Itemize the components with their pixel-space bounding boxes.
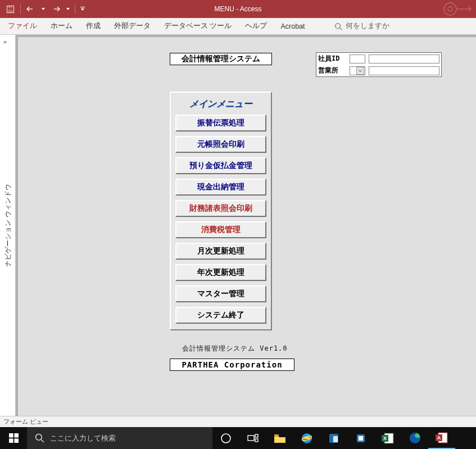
navigation-pane-collapsed[interactable]: » ナビゲーション ウィンドウ xyxy=(0,35,16,416)
svg-rect-16 xyxy=(274,434,279,437)
main-menu-panel: メインメニュー 振替伝票処理 元帳照会印刷 預り金仮払金管理 現金出納管理 財務… xyxy=(170,92,272,330)
chevron-down-icon xyxy=(356,67,364,75)
system-title-box: 会計情報管理システム xyxy=(170,53,272,65)
edge-icon[interactable] xyxy=(401,427,428,449)
menu-btn-tax-mgmt[interactable]: 消費税管理 xyxy=(175,221,266,238)
taskbar-icons: X A xyxy=(212,427,455,449)
internet-explorer-icon[interactable] xyxy=(293,427,320,449)
qat-separator-2 xyxy=(75,4,75,14)
company-box: PARTHEA Corporation xyxy=(170,359,294,371)
menu-btn-exit-system[interactable]: システム終了 xyxy=(175,307,266,324)
tab-help[interactable]: ヘルプ xyxy=(238,18,274,34)
save-icon[interactable] xyxy=(3,2,17,16)
svg-rect-8 xyxy=(14,433,19,438)
office-combo[interactable] xyxy=(350,66,365,75)
svg-rect-10 xyxy=(14,438,19,443)
tab-home[interactable]: ホーム xyxy=(44,18,79,34)
tab-create[interactable]: 作成 xyxy=(79,18,107,34)
access-taskbar-icon[interactable]: A xyxy=(428,427,455,449)
svg-rect-14 xyxy=(255,434,258,437)
svg-point-6 xyxy=(335,23,340,28)
svg-rect-20 xyxy=(333,436,338,442)
navigation-pane-label: ナビゲーション ウィンドウ xyxy=(3,184,12,266)
windows-taskbar: ここに入力して検索 X A xyxy=(0,427,476,449)
taskbar-search-placeholder: ここに入力して検索 xyxy=(50,433,116,443)
svg-rect-15 xyxy=(255,439,258,442)
taskbar-search[interactable]: ここに入力して検索 xyxy=(27,427,212,449)
svg-text:A: A xyxy=(437,435,441,441)
svg-point-4 xyxy=(444,3,456,15)
svg-rect-2 xyxy=(8,10,12,12)
tell-me-placeholder: 何をしますか xyxy=(346,21,389,31)
menu-btn-cash-mgmt[interactable]: 現金出納管理 xyxy=(175,179,266,196)
svg-point-26 xyxy=(410,433,420,443)
menu-btn-monthly-update[interactable]: 月次更新処理 xyxy=(175,243,266,260)
undo-icon[interactable] xyxy=(24,2,38,16)
window-title: MENU - Access xyxy=(214,5,261,13)
status-view-mode: フォーム ビュー xyxy=(3,418,48,426)
tab-file[interactable]: ファイル xyxy=(0,18,44,34)
quick-access-toolbar xyxy=(0,2,87,16)
svg-rect-13 xyxy=(248,436,254,441)
coming-soon-icon xyxy=(441,1,472,17)
menu-btn-financial-print[interactable]: 財務諸表照会印刷 xyxy=(175,200,266,217)
main-menu-title: メインメニュー xyxy=(175,96,266,115)
file-explorer-icon[interactable] xyxy=(266,427,293,449)
header-fields-panel: 社員ID 営業所 xyxy=(316,52,442,77)
menu-btn-ledger-print[interactable]: 元帳照会印刷 xyxy=(175,136,266,153)
workspace: » ナビゲーション ウィンドウ 会計情報管理システム 社員ID 営業所 xyxy=(0,35,476,416)
redo-dropdown-icon[interactable] xyxy=(65,2,71,16)
svg-point-5 xyxy=(448,7,452,11)
svg-rect-9 xyxy=(9,438,13,443)
menu-btn-transfer-slip[interactable]: 振替伝票処理 xyxy=(175,115,266,131)
cortana-icon[interactable] xyxy=(212,427,239,449)
search-icon xyxy=(334,22,342,30)
qat-separator xyxy=(20,4,21,14)
svg-rect-7 xyxy=(9,433,13,438)
tab-acrobat[interactable]: Acrobat xyxy=(274,18,311,34)
task-view-icon[interactable] xyxy=(239,427,266,449)
form-canvas: 会計情報管理システム 社員ID 営業所 xyxy=(16,35,476,416)
tell-me-search[interactable]: 何をしますか xyxy=(334,21,389,31)
undo-dropdown-icon[interactable] xyxy=(40,2,47,16)
svg-rect-22 xyxy=(359,436,363,441)
employee-id-small-input[interactable] xyxy=(350,55,365,64)
status-bar: フォーム ビュー xyxy=(0,416,476,427)
menu-btn-deposit-advance[interactable]: 預り金仮払金管理 xyxy=(175,157,266,174)
windows-logo-icon xyxy=(9,433,19,443)
employee-id-input[interactable] xyxy=(369,55,439,64)
menu-btn-master-mgmt[interactable]: マスター管理 xyxy=(175,285,266,302)
menu-btn-yearly-update[interactable]: 年次更新処理 xyxy=(175,264,266,281)
svg-text:X: X xyxy=(383,436,387,441)
redo-icon[interactable] xyxy=(49,2,62,16)
ribbon-tabs: ファイル ホーム 作成 外部データ データベース ツール ヘルプ Acrobat… xyxy=(0,18,476,35)
taskbar-app-1-icon[interactable] xyxy=(320,427,347,449)
office-label: 営業所 xyxy=(316,65,348,76)
svg-rect-3 xyxy=(80,7,85,7)
version-text: 会計情報管理システム Ver1.0 xyxy=(182,344,288,353)
access-title-bar: MENU - Access xyxy=(0,0,476,18)
qat-customize-icon[interactable] xyxy=(79,2,87,16)
office-name-input[interactable] xyxy=(369,66,439,75)
search-icon xyxy=(35,433,44,443)
excel-icon[interactable]: X xyxy=(374,427,401,449)
svg-rect-1 xyxy=(8,6,12,8)
taskbar-app-2-icon[interactable] xyxy=(347,427,374,449)
tab-dbtools[interactable]: データベース ツール xyxy=(157,18,238,34)
expand-chevron-icon: » xyxy=(3,38,7,45)
svg-point-11 xyxy=(36,434,42,441)
tab-externaldata[interactable]: 外部データ xyxy=(107,18,157,34)
employee-id-label: 社員ID xyxy=(316,53,348,65)
svg-point-12 xyxy=(221,434,230,443)
start-button[interactable] xyxy=(0,427,27,449)
